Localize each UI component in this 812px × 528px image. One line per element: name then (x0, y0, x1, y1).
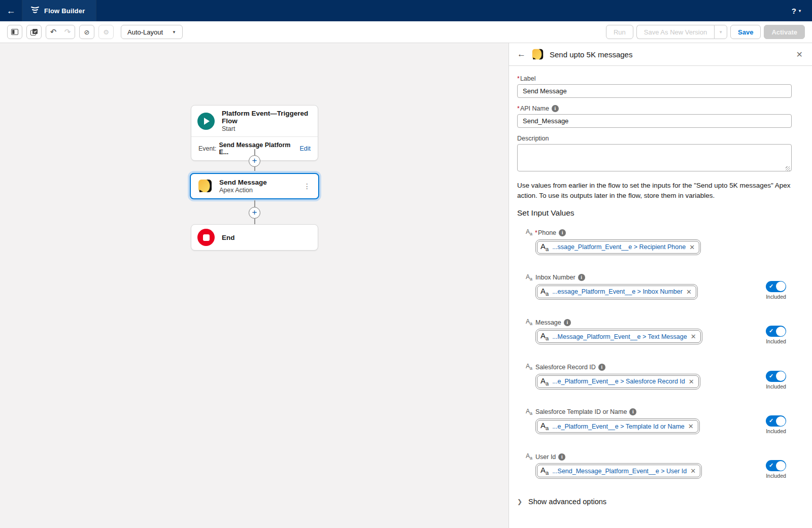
show-advanced-options-toggle[interactable]: ❯ Show advanced options (517, 498, 792, 506)
view-errors-button[interactable]: ⊘ (79, 25, 94, 39)
node-menu-button[interactable]: ⋮ (303, 185, 311, 188)
resource-pill[interactable]: Aa ...Message_Platform_Event__e > Text M… (537, 330, 701, 343)
input-field-label: Inbox Number (535, 274, 576, 281)
resource-pill[interactable]: Aa ...e_Platform_Event__e > Template Id … (537, 420, 698, 433)
resource-input[interactable]: Aa ...e_Platform_Event__e > Salesforce R… (535, 374, 700, 390)
run-button[interactable]: Run (606, 25, 633, 39)
resource-pill[interactable]: Aa ...ssage_Platform_Event__e > Recipien… (537, 241, 699, 254)
info-icon[interactable]: i (598, 364, 605, 371)
included-label: Included (766, 294, 786, 300)
input-field-label: Phone (538, 229, 556, 236)
flow-settings-button[interactable]: ⚙ (98, 25, 114, 39)
required-mark: * (517, 105, 520, 112)
resource-input[interactable]: Aa ...Message_Platform_Event__e > Text M… (535, 329, 702, 344)
send-message-node[interactable]: Send Message Apex Action ⋮ (190, 173, 319, 199)
end-node[interactable]: End (191, 224, 318, 251)
save-button[interactable]: Save (730, 25, 761, 39)
event-value: Send Message Platform E... (219, 142, 297, 156)
resource-pill[interactable]: Aa ...e_Platform_Event__e > Salesforce R… (537, 375, 699, 388)
required-mark: * (517, 75, 520, 82)
chevron-right-icon: ❯ (517, 498, 522, 505)
remove-resource-icon[interactable]: ✕ (686, 288, 692, 296)
info-icon[interactable]: i (558, 453, 565, 461)
resize-handle[interactable] (786, 166, 790, 171)
check-icon: ✓ (769, 283, 773, 290)
info-icon[interactable]: i (578, 274, 585, 281)
save-options-caret-button[interactable]: ▼ (714, 25, 727, 39)
remove-resource-icon[interactable]: ✕ (691, 333, 696, 340)
panel-back-button[interactable]: ← (517, 49, 526, 59)
resource-pill[interactable]: Aa ...essage_Platform_Event__e > Inbox N… (537, 286, 696, 298)
resource-input[interactable]: Aa ...essage_Platform_Event__e > Inbox N… (535, 284, 698, 300)
close-icon[interactable]: ✕ (796, 50, 803, 59)
undo-button[interactable]: ↶ (46, 27, 60, 37)
label-input[interactable] (517, 84, 792, 98)
resource-pill-text: ...essage_Platform_Event__e > Inbox Numb… (552, 288, 683, 295)
remove-resource-icon[interactable]: ✕ (689, 378, 694, 385)
resource-input[interactable]: Aa ...Send_Message_Platform_Event__e > U… (535, 463, 702, 479)
action-node-subtitle: Apex Action (219, 187, 267, 194)
end-node-title: End (222, 234, 235, 241)
included-toggle[interactable]: ✓ (766, 415, 786, 427)
included-toggle[interactable]: ✓ (766, 326, 786, 337)
input-value-row: Aa Message i Aa ...Message_Platform_Even… (526, 319, 792, 344)
advanced-options-label: Show advanced options (528, 498, 606, 506)
resource-pill[interactable]: Aa ...Send_Message_Platform_Event__e > U… (537, 465, 700, 477)
info-icon[interactable]: i (564, 319, 571, 326)
add-element-button[interactable]: + (249, 207, 260, 219)
toggle-knob (776, 461, 786, 471)
description-textarea[interactable] (517, 144, 792, 171)
required-mark: * (535, 229, 537, 236)
resource-pill-text: ...ssage_Platform_Event__e > Recipient P… (552, 243, 686, 251)
info-icon[interactable]: i (552, 105, 559, 112)
toggle-knob (776, 371, 786, 381)
top-navbar: ← Flow Builder ? ▾ (0, 0, 812, 21)
help-icon: ? (792, 7, 796, 15)
included-toggle[interactable]: ✓ (766, 281, 786, 292)
included-toggle[interactable]: ✓ (766, 460, 786, 471)
add-element-button[interactable]: + (249, 155, 260, 167)
help-menu[interactable]: ? ▾ (792, 7, 812, 15)
back-button[interactable]: ← (0, 0, 22, 21)
info-icon[interactable]: i (559, 229, 566, 236)
included-label: Included (766, 338, 786, 344)
info-icon[interactable]: i (629, 408, 636, 415)
api-name-input[interactable] (517, 114, 792, 128)
remove-resource-icon[interactable]: ✕ (688, 423, 694, 430)
check-icon: ✓ (769, 417, 773, 424)
save-as-new-version-button[interactable]: Save As New Version (636, 25, 714, 39)
text-type-icon: Aa (526, 453, 532, 461)
resource-pill-text: ...Send_Message_Platform_Event__e > User… (552, 468, 687, 475)
remove-resource-icon[interactable]: ✕ (689, 243, 695, 251)
panel-body: *Label *API Name i Description (509, 66, 812, 515)
panel-title: Send upto 5K messages (550, 50, 632, 59)
panel-header: ← Send upto 5K messages ✕ (509, 43, 812, 66)
select-elements-button[interactable] (26, 25, 42, 39)
activate-button[interactable]: Activate (764, 25, 805, 39)
text-type-icon: Aa (540, 377, 549, 386)
remove-resource-icon[interactable]: ✕ (690, 467, 696, 475)
input-value-row: Aa Inbox Number i Aa ...essage_Platform_… (526, 274, 792, 300)
input-field-label: Salesforce Record ID (535, 364, 596, 371)
check-icon: ✓ (769, 373, 773, 379)
flow-canvas[interactable]: Platform Event—Triggered Flow Start Even… (0, 43, 509, 528)
property-editor-panel: ← Send upto 5K messages ✕ *Label (509, 43, 812, 528)
input-field-label: User Id (535, 453, 556, 461)
input-value-row: Aa Salesforce Record ID i Aa ...e_Platfo… (526, 363, 792, 389)
flow-builder-icon (30, 6, 40, 16)
redo-button[interactable]: ↷ (60, 27, 75, 37)
apex-action-icon (532, 49, 544, 60)
included-toggle[interactable]: ✓ (766, 371, 786, 382)
resource-input[interactable]: Aa ...ssage_Platform_Event__e > Recipien… (535, 239, 701, 255)
edit-event-link[interactable]: Edit (299, 145, 311, 152)
send-message-action-icon (198, 179, 212, 193)
input-value-row: Aa *Phone i Aa ...ssage_Platform_Event__… (526, 229, 792, 255)
layout-mode-value: Auto-Layout (127, 28, 163, 36)
layout-mode-select[interactable]: Auto-Layout ▼ (121, 25, 183, 39)
toggle-toolbox-button[interactable] (7, 25, 22, 39)
flow-builder-tab[interactable]: Flow Builder (22, 0, 96, 21)
resource-input[interactable]: Aa ...e_Platform_Event__e > Template Id … (535, 418, 700, 434)
start-node-title: Platform Event—Triggered Flow (222, 110, 312, 125)
resource-pill-text: ...e_Platform_Event__e > Salesforce Reco… (552, 378, 685, 385)
toggle-knob (776, 327, 786, 336)
